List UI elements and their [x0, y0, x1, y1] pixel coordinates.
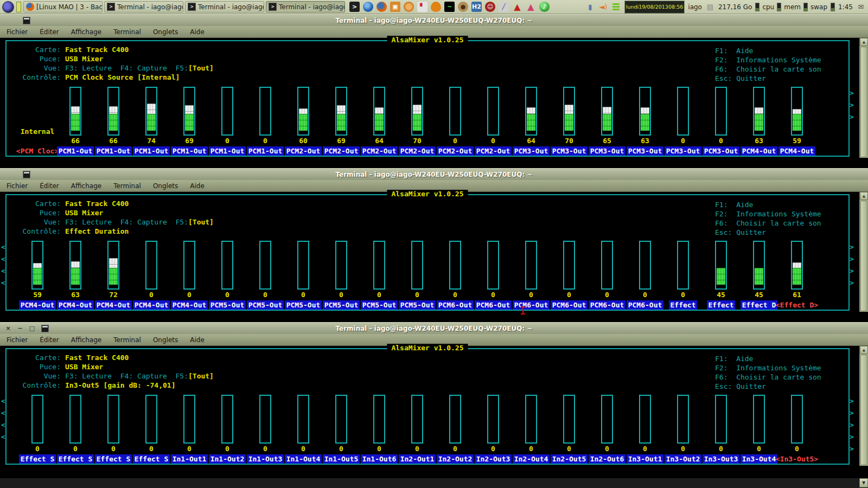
music-ball-icon[interactable]: ♪	[539, 2, 550, 12]
menu-terminal[interactable]: Terminal	[113, 336, 141, 344]
ardour-icon[interactable]	[404, 2, 414, 12]
enum-value[interactable]: Internal	[18, 87, 56, 136]
mixer-channel[interactable]: 0PCM5-Out	[284, 241, 322, 310]
mixer-channel[interactable]: 0Effect S	[132, 395, 170, 464]
volume-bar[interactable]	[449, 241, 461, 290]
volume-bar[interactable]	[563, 395, 575, 444]
volume-bar[interactable]	[259, 395, 271, 444]
window-titlebar[interactable]: × − □ Terminal - iago@iago-W240EU-W250EU…	[0, 322, 868, 334]
volume-bar[interactable]	[373, 241, 385, 290]
thunderbird-icon[interactable]	[363, 2, 373, 12]
volume-bar[interactable]	[31, 395, 43, 444]
volume-bar[interactable]	[791, 87, 803, 136]
volume-bar[interactable]	[221, 395, 233, 444]
volume-bar[interactable]	[563, 87, 575, 136]
terminal-screen[interactable]: AlsaMixer v1.0.25 Carte:Fast Track C400 …	[0, 192, 868, 312]
volume-bar[interactable]	[31, 241, 43, 290]
volume-bar[interactable]	[563, 241, 575, 290]
menu-aide[interactable]: Aide	[190, 336, 205, 344]
volume-bar[interactable]	[601, 395, 613, 444]
muse-face-icon[interactable]: ☺	[485, 2, 495, 12]
volume-bar[interactable]	[525, 87, 537, 136]
mixer-channel[interactable]: 0In2-Out2	[436, 395, 474, 464]
volume-bar[interactable]	[753, 241, 765, 290]
scrollbar[interactable]: ▲	[859, 38, 868, 158]
gramophone-icon[interactable]: ●	[458, 2, 468, 12]
volume-bar[interactable]	[221, 241, 233, 290]
firefox-icon[interactable]	[376, 2, 387, 12]
volume-bar[interactable]	[791, 395, 803, 444]
mixer-channel[interactable]: 66PCM1-Out	[94, 87, 132, 156]
volume-bar[interactable]	[449, 395, 461, 444]
scrollbar-thumb[interactable]	[860, 355, 867, 465]
mixer-channel[interactable]: 0In3-Out2	[664, 395, 702, 464]
menu-onglets[interactable]: Onglets	[153, 182, 178, 190]
spray-can-icon[interactable]: ▘	[417, 2, 427, 12]
mixer-channel[interactable]: 0Effect	[664, 241, 702, 310]
taskbar-button[interactable]: Terminal - iago@iago-...	[266, 1, 345, 12]
mixer-channel[interactable]: 0<In3-Out5>	[778, 395, 816, 464]
mixer-channel[interactable]: 0PCM6-Out	[550, 241, 588, 310]
menu-affichage[interactable]: Affichage	[71, 28, 101, 36]
window-titlebar[interactable]: Terminal - iago@iago-W240EU-W250EUQ-W270…	[0, 168, 868, 180]
menu-terminal[interactable]: Terminal	[113, 28, 141, 36]
mixer-channel[interactable]: 0PCM1-Out	[208, 87, 246, 156]
mixer-channel[interactable]: 0Effect S	[18, 395, 56, 464]
mixer-channel[interactable]: 0PCM3-Out	[664, 87, 702, 156]
mixer-channel[interactable]: 63PCM4-Out	[740, 87, 778, 156]
volume-bar[interactable]	[791, 241, 803, 290]
volume-bar[interactable]	[525, 395, 537, 444]
mail-icon[interactable]: ✉	[856, 2, 866, 12]
menu-aide[interactable]: Aide	[190, 182, 205, 190]
menu-diter[interactable]: Éditer	[40, 28, 59, 36]
mixer-channel[interactable]: 0In2-Out3	[474, 395, 512, 464]
mixer-channel[interactable]: 72PCM4-Out	[94, 241, 132, 310]
volume-bar[interactable]	[69, 395, 81, 444]
volume-bar[interactable]	[487, 241, 499, 290]
volume-bar[interactable]	[525, 241, 537, 290]
volume-bar[interactable]	[107, 395, 119, 444]
mixer-channel[interactable]: 0In1-Out1	[170, 395, 208, 464]
volume-bar[interactable]	[335, 241, 347, 290]
volume-bar[interactable]	[601, 87, 613, 136]
mixer-channel[interactable]: 0PCM6-Out	[474, 241, 512, 310]
volume-bar[interactable]	[297, 395, 309, 444]
mixer-channel[interactable]: 0In1-Out5	[322, 395, 360, 464]
mixer-channel[interactable]: 0In1-Out3	[246, 395, 284, 464]
volume-bar[interactable]	[107, 241, 119, 290]
mixer-channel[interactable]: 0PCM1-Out	[246, 87, 284, 156]
mixer-channel[interactable]: 0PCM6-Out	[626, 241, 664, 310]
mixer-channel[interactable]: 0Effect S	[94, 395, 132, 464]
volume-bar[interactable]	[449, 87, 461, 136]
mixer-channel[interactable]: 0In1-Out4	[284, 395, 322, 464]
scrollbar-up-button[interactable]: ▲	[860, 346, 868, 354]
mixer-channel[interactable]: 0Effect S	[56, 395, 94, 464]
volume-bar[interactable]	[753, 395, 765, 444]
taskbar-button[interactable]: [Linux MAO | 3 - Bac ...	[23, 1, 103, 12]
minimize-button[interactable]: −	[16, 325, 24, 332]
clock[interactable]: lundi19/08/201308:56	[624, 1, 685, 14]
mixer-channel[interactable]: 0PCM5-Out	[322, 241, 360, 310]
mixer-channel[interactable]: 45Effect D	[740, 241, 778, 310]
volume-bar[interactable]	[335, 87, 347, 136]
mixer-channel[interactable]: 59PCM4-Out	[18, 241, 56, 310]
menu-aide[interactable]: Aide	[190, 28, 205, 36]
mixer-channel[interactable]: 69PCM2-Out	[322, 87, 360, 156]
volume-bar[interactable]	[487, 395, 499, 444]
terminal-icon[interactable]: >	[349, 2, 360, 12]
mixer-channel[interactable]: 70PCM2-Out	[398, 87, 436, 156]
speaker-icon[interactable]: ◄)	[598, 2, 608, 12]
maximize-button[interactable]: □	[28, 325, 36, 332]
volume-bar[interactable]	[487, 87, 499, 136]
volume-bar[interactable]	[411, 241, 423, 290]
battery-icon[interactable]: ▮	[585, 2, 595, 12]
menu-onglets[interactable]: Onglets	[153, 336, 178, 344]
volume-bar[interactable]	[107, 87, 119, 136]
scrollbar-up-button[interactable]: ▲	[860, 192, 868, 200]
volume-bar[interactable]	[677, 395, 689, 444]
mixer-channel[interactable]: 0In1-Out2	[208, 395, 246, 464]
volume-bar[interactable]	[677, 87, 689, 136]
mixer-channel[interactable]: 0PCM5-Out	[246, 241, 284, 310]
volume-bar[interactable]	[69, 87, 81, 136]
volume-bar[interactable]	[411, 87, 423, 136]
